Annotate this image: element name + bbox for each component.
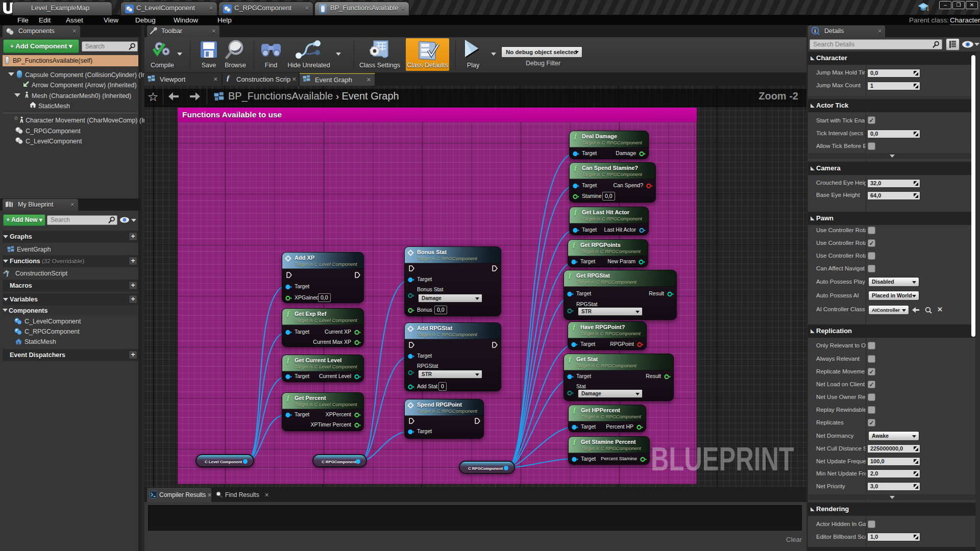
- svg-text:i: i: [815, 28, 816, 34]
